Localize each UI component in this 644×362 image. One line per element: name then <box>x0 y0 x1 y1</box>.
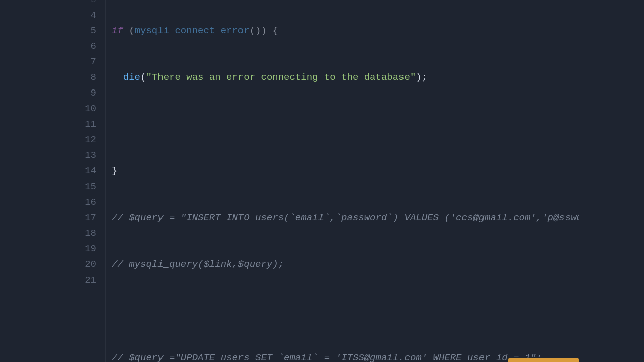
code-line-3[interactable]: if (mysqli_connect_error()) { <box>112 23 644 39</box>
line-number: 11 <box>0 117 96 132</box>
line-number: 12 <box>0 132 96 148</box>
line-number: 8 <box>0 70 96 85</box>
line-number: 6 <box>0 39 96 54</box>
line-number: 21 <box>0 273 96 288</box>
line-number: 14 <box>0 163 96 179</box>
line-number: 7 <box>0 54 96 70</box>
line-number: 9 <box>0 85 96 101</box>
line-number: 16 <box>0 195 96 210</box>
line-number: 10 <box>0 101 96 117</box>
line-number: 4 <box>0 8 96 23</box>
line-number: 20 <box>0 257 96 273</box>
code-line-5[interactable] <box>112 117 644 132</box>
code-line-7[interactable]: // $query = "INSERT INTO users(`email`,`… <box>112 210 644 226</box>
line-number: 18 <box>0 226 96 241</box>
code-line-9[interactable] <box>112 304 644 319</box>
line-number: 5 <box>0 23 96 39</box>
line-number: 3 <box>0 0 96 8</box>
notification-badge[interactable] <box>508 358 579 362</box>
line-number: 19 <box>0 241 96 257</box>
code-editor: 3 4 5 6 7 8 9 10 11 12 13 14 15 16 17 18… <box>0 0 644 362</box>
minimap-area <box>579 0 644 362</box>
code-line-4[interactable]: die("There was an error connecting to th… <box>112 70 644 85</box>
code-line-6[interactable]: } <box>112 163 644 179</box>
code-line-8[interactable]: // mysqli_query($link,$query); <box>112 257 644 273</box>
line-number: 15 <box>0 179 96 195</box>
line-number: 13 <box>0 148 96 163</box>
line-number: 17 <box>0 210 96 226</box>
code-area[interactable]: if (mysqli_connect_error()) { die("There… <box>106 0 644 362</box>
line-number-gutter: 3 4 5 6 7 8 9 10 11 12 13 14 15 16 17 18… <box>0 0 106 362</box>
